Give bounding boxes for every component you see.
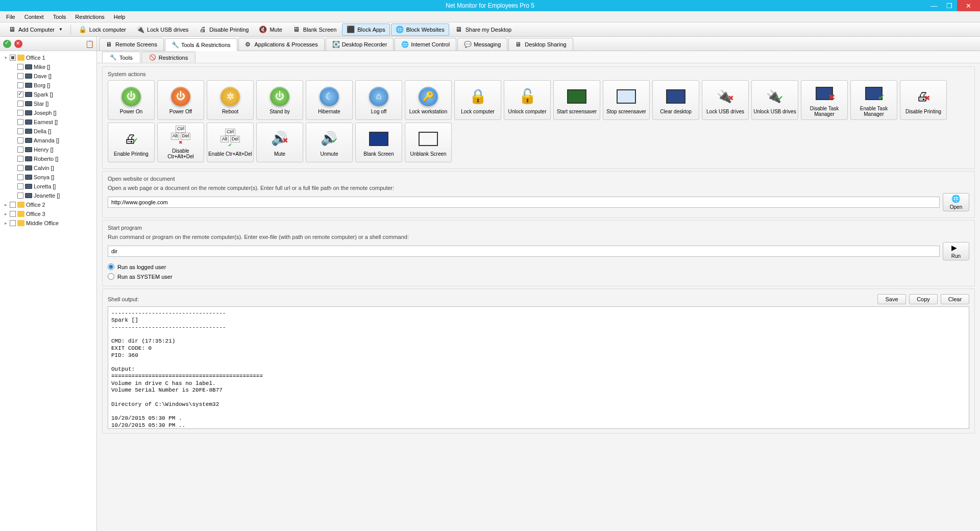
action-lock-computer[interactable]: 🔒Lock computer: [454, 80, 501, 120]
tree-item[interactable]: Calvin []: [1, 163, 95, 173]
action-start-screensaver[interactable]: Start screensaver: [553, 80, 600, 120]
tree-item[interactable]: Dave []: [1, 71, 95, 81]
checkbox[interactable]: [17, 147, 23, 153]
checkbox[interactable]: [17, 73, 23, 79]
command-input[interactable]: [108, 246, 940, 257]
action-disable-task-manager[interactable]: ✖Disable Task Manager: [801, 80, 848, 120]
action-reboot[interactable]: ✲Reboot: [207, 80, 254, 120]
lock-usb-button[interactable]: 🔌Lock USB drives: [132, 23, 193, 36]
tree-item[interactable]: Star []: [1, 99, 95, 108]
action-stop-screensaver[interactable]: Stop screensaver: [603, 80, 650, 120]
action-enable-ctr-alt-del[interactable]: CtrlAlt Del✔Enable Ctr+Alt+Del: [207, 123, 254, 162]
tree-item[interactable]: Amanda []: [1, 136, 95, 145]
clear-button[interactable]: Clear: [941, 294, 969, 304]
action-disable-printing[interactable]: 🖨✖Disable Printing: [900, 80, 947, 120]
checkbox[interactable]: [17, 128, 23, 134]
action-enable-task-manager[interactable]: ✔Enable Task Manager: [850, 80, 897, 120]
tree-item[interactable]: Earnest []: [1, 117, 95, 127]
minimize-button[interactable]: —: [926, 0, 942, 11]
checkbox[interactable]: [17, 192, 23, 199]
copy-button[interactable]: Copy: [909, 294, 938, 304]
checkbox[interactable]: [10, 202, 16, 208]
open-button[interactable]: 🌐Open: [943, 193, 969, 211]
action-clear-desktop[interactable]: Clear desktop: [652, 80, 699, 120]
tree-group[interactable]: ▾ Office 1: [1, 53, 95, 62]
tree-item[interactable]: Loretta []: [1, 182, 95, 191]
tree-item[interactable]: Jeanette []: [1, 191, 95, 200]
blank-screen-button[interactable]: 🖥Blank Screen: [288, 23, 341, 36]
tab-internet-control[interactable]: 🌐Internet Control: [395, 38, 456, 51]
tree-item[interactable]: Della []: [1, 127, 95, 136]
checkbox[interactable]: [17, 156, 23, 162]
url-input[interactable]: [108, 197, 940, 208]
tab-remote-screens[interactable]: 🖥Remote Screens: [99, 38, 164, 51]
checkbox[interactable]: [17, 183, 23, 189]
run-as-system-radio[interactable]: Run as SYSTEM user: [108, 273, 969, 280]
action-unlock-usb-drives[interactable]: 🔌✔Unlock USB drives: [751, 80, 798, 120]
computer-tree[interactable]: ▾ Office 1 Mike [] Dave [] Borg [] Spark…: [0, 51, 96, 531]
checkbox[interactable]: [10, 211, 16, 217]
add-computer-button[interactable]: 🖥Add Computer▼: [3, 23, 67, 36]
menu-file[interactable]: File: [2, 13, 19, 21]
action-hibernate[interactable]: ☾Hibernate: [306, 80, 353, 120]
maximize-button[interactable]: ❐: [942, 0, 957, 11]
tab-desktop-sharing[interactable]: 🖥Desktop Sharing: [508, 38, 573, 51]
tree-item[interactable]: Henry []: [1, 145, 95, 154]
tab-tools-restrictions[interactable]: 🔧Tools & Restrictions: [165, 38, 237, 51]
checkbox[interactable]: [17, 110, 23, 116]
tree-item[interactable]: Borg []: [1, 81, 95, 90]
action-enable-printing[interactable]: 🖨✔Enable Printing: [108, 123, 155, 162]
action-power-off[interactable]: ⏻Power Off: [157, 80, 204, 120]
tree-item[interactable]: Sonya []: [1, 173, 95, 182]
action-unblank-screen[interactable]: Unblank Screen: [405, 123, 452, 162]
action-blank-screen[interactable]: Blank Screen: [355, 123, 402, 162]
checkbox[interactable]: [17, 137, 23, 143]
checkbox[interactable]: [10, 220, 16, 226]
checkbox[interactable]: [17, 119, 23, 125]
menu-tools[interactable]: Tools: [49, 13, 70, 21]
save-button[interactable]: Save: [877, 294, 906, 304]
tab-messaging[interactable]: 💬Messaging: [457, 38, 507, 51]
run-button[interactable]: ▶Run: [943, 242, 969, 260]
share-desktop-button[interactable]: 🖥Share my Desktop: [450, 23, 516, 36]
checkbox[interactable]: [17, 174, 23, 180]
action-mute[interactable]: 🔊✖Mute: [256, 123, 303, 162]
tree-item[interactable]: Joseph []: [1, 108, 95, 117]
run-as-logged-radio[interactable]: Run as logged user: [108, 263, 969, 270]
menu-help[interactable]: Help: [110, 13, 130, 21]
checkbox[interactable]: [10, 55, 16, 61]
checkbox[interactable]: [17, 165, 23, 171]
tab-applications[interactable]: ⚙Applications & Processes: [238, 38, 325, 51]
checkbox[interactable]: [17, 101, 23, 107]
block-websites-button[interactable]: 🌐Block Websites: [391, 23, 449, 36]
action-unlock-computer[interactable]: 🔓Unlock computer: [504, 80, 551, 120]
action-lock-usb-drives[interactable]: 🔌✖Lock USB drives: [702, 80, 749, 120]
tree-group[interactable]: ▸ Office 3: [1, 209, 95, 219]
tree-group[interactable]: ▸ Office 2: [1, 200, 95, 209]
disable-printing-button[interactable]: 🖨Disable Printing: [194, 23, 253, 36]
mute-button[interactable]: 🔇Mute: [254, 23, 286, 36]
action-disable-ctr-alt-del[interactable]: CtrlAlt Del✖Disable Ctr+Alt+Del: [157, 123, 204, 162]
schedule-icon[interactable]: 📋: [85, 40, 93, 48]
menu-restrictions[interactable]: Restrictions: [71, 13, 108, 21]
block-apps-button[interactable]: ⬛Block Apps: [342, 23, 389, 36]
uncheck-all-icon[interactable]: [14, 40, 22, 48]
checkbox[interactable]: [17, 91, 23, 98]
check-all-icon[interactable]: [3, 40, 11, 48]
action-unmute[interactable]: 🔊✔Unmute: [306, 123, 353, 162]
subtab-restrictions[interactable]: 🚫Restrictions: [141, 52, 195, 63]
checkbox[interactable]: [17, 64, 23, 70]
shell-output-textarea[interactable]: ---------------------------------- Spark…: [108, 306, 969, 429]
close-button[interactable]: ✕: [957, 0, 980, 11]
lock-computer-button[interactable]: 🔒Lock computer: [74, 23, 131, 36]
tree-item[interactable]: Spark []: [1, 90, 95, 99]
tree-item[interactable]: Roberto []: [1, 154, 95, 163]
action-stand-by[interactable]: ⏻Stand by: [256, 80, 303, 120]
subtab-tools[interactable]: 🔧Tools: [102, 52, 140, 63]
action-lock-workstation[interactable]: 🔑Lock workstation: [405, 80, 452, 120]
action-log-off[interactable]: ⌂Log off: [355, 80, 402, 120]
tree-item[interactable]: Mike []: [1, 62, 95, 71]
tab-desktop-recorder[interactable]: 💽Desktop Recorder: [326, 38, 394, 51]
checkbox[interactable]: [17, 82, 23, 88]
action-power-on[interactable]: ⏻Power On: [108, 80, 155, 120]
